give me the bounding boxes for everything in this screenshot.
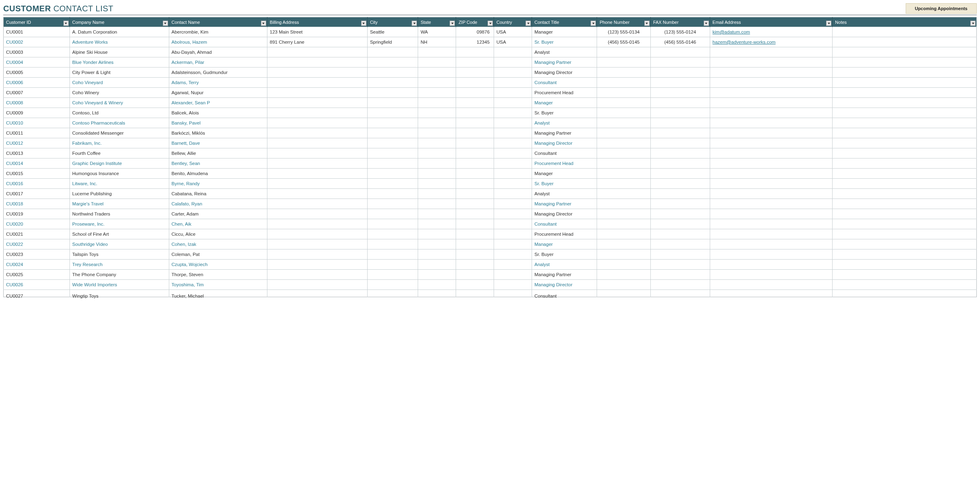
table-row[interactable]: CU0021School of Fine ArtCiccu, AliceProc… bbox=[4, 229, 977, 239]
cell-country bbox=[494, 88, 532, 98]
cell-company: The Phone Company bbox=[69, 270, 169, 280]
cell-city bbox=[367, 108, 418, 118]
table-body: CU0001A. Datum CorporationAbercrombie, K… bbox=[4, 27, 977, 297]
cell-title: Sr. Buyer bbox=[532, 108, 597, 118]
cell-id: CU0027 bbox=[4, 290, 70, 297]
table-row[interactable]: CU0009Contoso, LtdBalicek, AloisSr. Buye… bbox=[4, 108, 977, 118]
cell-email bbox=[710, 169, 833, 179]
cell-fax: (123) 555-0124 bbox=[650, 27, 710, 37]
table-row[interactable]: CU0019Northwind TradersCarter, AdamManag… bbox=[4, 209, 977, 219]
cell-company: Fourth Coffee bbox=[69, 148, 169, 158]
table-row[interactable]: CU0022Southridge VideoCohen, IzakManager bbox=[4, 239, 977, 249]
cell-addr bbox=[267, 128, 367, 138]
cell-id: CU0016 bbox=[4, 179, 70, 189]
table-row[interactable]: CU0020Proseware, Inc.Chen, AikConsultant bbox=[4, 219, 977, 229]
cell-id: CU0018 bbox=[4, 199, 70, 209]
cell-country bbox=[494, 169, 532, 179]
cell-title: Analyst bbox=[532, 189, 597, 199]
cell-title: Procurement Head bbox=[532, 229, 597, 239]
cell-phone bbox=[597, 270, 650, 280]
table-row[interactable]: CU0012Fabrikam, Inc.Barnett, DaveManagin… bbox=[4, 138, 977, 148]
cell-id: CU0023 bbox=[4, 249, 70, 260]
cell-phone bbox=[597, 189, 650, 199]
cell-state: WA bbox=[418, 27, 456, 37]
filter-dropdown-icon[interactable] bbox=[526, 21, 531, 26]
email-link[interactable]: hazem@adventure-works.com bbox=[713, 40, 776, 44]
email-link[interactable]: kim@adatum.com bbox=[713, 30, 750, 34]
cell-fax bbox=[650, 219, 710, 229]
column-header: Email Address bbox=[710, 17, 833, 27]
table-row[interactable]: CU0011Consolidated MessengerBarkóczi, Mi… bbox=[4, 128, 977, 138]
cell-fax bbox=[650, 47, 710, 57]
table-row[interactable]: CU0027Wingtip ToysTucker, MichaelConsult… bbox=[4, 290, 977, 297]
cell-contact: Abercrombie, Kim bbox=[169, 27, 267, 37]
cell-id: CU0002 bbox=[4, 37, 70, 47]
cell-city: Seattle bbox=[367, 27, 418, 37]
column-header-label: Contact Name bbox=[172, 20, 200, 25]
table-row[interactable]: CU0016Litware, Inc.Byrne, RandySr. Buyer bbox=[4, 179, 977, 189]
filter-dropdown-icon[interactable] bbox=[412, 21, 417, 26]
cell-addr bbox=[267, 189, 367, 199]
cell-title: Managing Partner bbox=[532, 199, 597, 209]
column-header-label: Country bbox=[496, 20, 512, 25]
table-row[interactable]: CU0024Trey ResearchCzupta, WojciechAnaly… bbox=[4, 260, 977, 270]
cell-phone bbox=[597, 57, 650, 68]
filter-dropdown-icon[interactable] bbox=[826, 21, 831, 26]
cell-company: Humongous Insurance bbox=[69, 169, 169, 179]
cell-contact: Thorpe, Steven bbox=[169, 270, 267, 280]
cell-fax bbox=[650, 128, 710, 138]
table-row[interactable]: CU0013Fourth CoffeeBellew, AllieConsulta… bbox=[4, 148, 977, 158]
cell-addr bbox=[267, 169, 367, 179]
filter-dropdown-icon[interactable] bbox=[261, 21, 266, 26]
cell-title: Managing Director bbox=[532, 280, 597, 290]
upcoming-appointments-button[interactable]: Upcoming Appointments bbox=[906, 3, 977, 14]
table-row[interactable]: CU0005City Power & LightAdalsteinsson, G… bbox=[4, 68, 977, 78]
cell-contact: Abolrous, Hazem bbox=[169, 37, 267, 47]
cell-id: CU0026 bbox=[4, 280, 70, 290]
table-row[interactable]: CU0001A. Datum CorporationAbercrombie, K… bbox=[4, 27, 977, 37]
cell-email bbox=[710, 179, 833, 189]
cell-company: A. Datum Corporation bbox=[69, 27, 169, 37]
column-header-label: City bbox=[370, 20, 378, 25]
filter-dropdown-icon[interactable] bbox=[970, 21, 976, 26]
cell-zip bbox=[456, 169, 494, 179]
cell-email bbox=[710, 88, 833, 98]
filter-dropdown-icon[interactable] bbox=[704, 21, 709, 26]
cell-zip bbox=[456, 158, 494, 169]
table-row[interactable]: CU0003Alpine Ski HouseAbu-Dayah, AhmadAn… bbox=[4, 47, 977, 57]
filter-dropdown-icon[interactable] bbox=[450, 21, 455, 26]
cell-phone bbox=[597, 290, 650, 297]
table-row[interactable]: CU0014Graphic Design InstituteBentley, S… bbox=[4, 158, 977, 169]
filter-dropdown-icon[interactable] bbox=[63, 21, 69, 26]
table-row[interactable]: CU0006Coho VineyardAdams, TerryConsultan… bbox=[4, 78, 977, 88]
cell-fax bbox=[650, 290, 710, 297]
filter-dropdown-icon[interactable] bbox=[163, 21, 168, 26]
cell-zip bbox=[456, 138, 494, 148]
cell-company: School of Fine Art bbox=[69, 229, 169, 239]
table-row[interactable]: CU0017Lucerne PublishingCabatana, ReinaA… bbox=[4, 189, 977, 199]
cell-fax bbox=[650, 158, 710, 169]
table-row[interactable]: CU0025The Phone CompanyThorpe, StevenMan… bbox=[4, 270, 977, 280]
filter-dropdown-icon[interactable] bbox=[361, 21, 366, 26]
cell-addr bbox=[267, 280, 367, 290]
table-row[interactable]: CU0023Tailspin ToysColeman, PatSr. Buyer bbox=[4, 249, 977, 260]
cell-notes bbox=[833, 209, 977, 219]
table-row[interactable]: CU0018Margie's TravelCalafato, RyanManag… bbox=[4, 199, 977, 209]
filter-dropdown-icon[interactable] bbox=[591, 21, 596, 26]
filter-dropdown-icon[interactable] bbox=[488, 21, 493, 26]
filter-dropdown-icon[interactable] bbox=[644, 21, 650, 26]
table-row[interactable]: CU0002Adventure WorksAbolrous, Hazem891 … bbox=[4, 37, 977, 47]
cell-id: CU0001 bbox=[4, 27, 70, 37]
cell-fax bbox=[650, 239, 710, 249]
cell-fax bbox=[650, 138, 710, 148]
cell-country: USA bbox=[494, 37, 532, 47]
cell-notes bbox=[833, 138, 977, 148]
cell-state bbox=[418, 148, 456, 158]
table-row[interactable]: CU0004Blue Yonder AirlinesAckerman, Pila… bbox=[4, 57, 977, 68]
table-row[interactable]: CU0007Coho WineryAgarwal, NupurProcureme… bbox=[4, 88, 977, 98]
table-row[interactable]: CU0026Wide World ImportersToyoshima, Tim… bbox=[4, 280, 977, 290]
table-row[interactable]: CU0008Coho Vineyard & WineryAlexander, S… bbox=[4, 98, 977, 108]
table-row[interactable]: CU0010Contoso PharmaceuticalsBansky, Pav… bbox=[4, 118, 977, 128]
cell-notes bbox=[833, 128, 977, 138]
table-row[interactable]: CU0015Humongous InsuranceBenito, Almuden… bbox=[4, 169, 977, 179]
